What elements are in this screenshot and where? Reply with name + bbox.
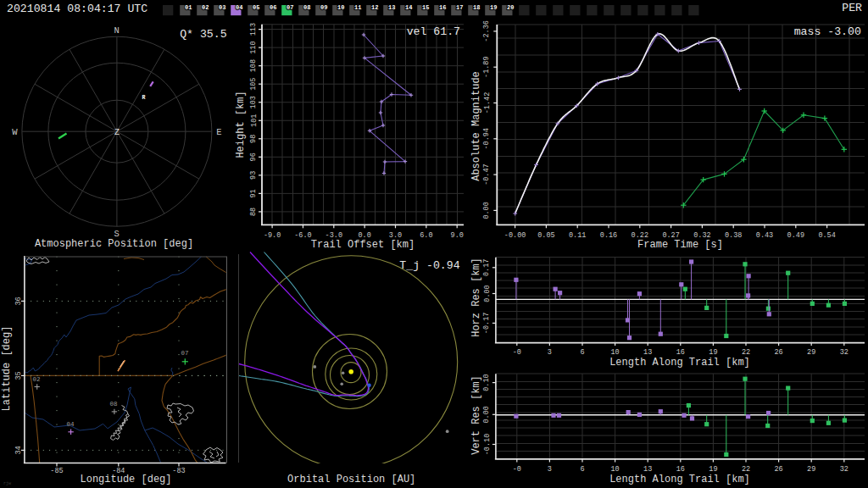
svg-text:04: 04 xyxy=(66,421,75,428)
svg-text:10: 10 xyxy=(337,4,344,11)
svg-text:29: 29 xyxy=(807,465,815,474)
svg-text:15: 15 xyxy=(422,4,429,11)
svg-text:0.10: 0.10 xyxy=(483,374,492,391)
svg-text:10: 10 xyxy=(610,348,619,357)
svg-text:Length Along Trail [km]: Length Along Trail [km] xyxy=(609,357,750,369)
svg-text:-1.42: -1.42 xyxy=(483,92,492,114)
svg-text:Trail Offset [km]: Trail Offset [km] xyxy=(311,239,415,251)
svg-text:-83: -83 xyxy=(172,467,185,475)
svg-text:-0.17: -0.17 xyxy=(483,313,492,335)
svg-text:08: 08 xyxy=(109,401,117,408)
svg-text:20210814 08:04:17 UTC: 20210814 08:04:17 UTC xyxy=(7,3,147,15)
svg-text:103: 103 xyxy=(250,96,259,108)
svg-text:26: 26 xyxy=(774,348,782,357)
svg-text:-1.89: -1.89 xyxy=(483,56,492,78)
svg-text:16: 16 xyxy=(439,4,446,11)
svg-text:105: 105 xyxy=(250,78,259,91)
svg-text:Latitude [deg]: Latitude [deg] xyxy=(1,326,13,412)
svg-text:mass -3.00: mass -3.00 xyxy=(794,25,861,38)
svg-text:04: 04 xyxy=(236,4,242,11)
svg-text:S: S xyxy=(114,229,120,239)
svg-text:3: 3 xyxy=(548,348,552,357)
svg-text:E: E xyxy=(216,127,221,137)
svg-text:26: 26 xyxy=(774,465,782,474)
svg-text:Vert Res [km]: Vert Res [km] xyxy=(470,375,482,455)
svg-text:-0.10: -0.10 xyxy=(483,434,492,456)
svg-text:0.54: 0.54 xyxy=(818,231,835,240)
svg-text:12: 12 xyxy=(371,4,378,11)
svg-text:6: 6 xyxy=(580,465,584,474)
svg-text:07: 07 xyxy=(287,4,293,11)
svg-text:36: 36 xyxy=(14,297,23,305)
svg-text:N: N xyxy=(114,25,120,36)
svg-text:0.38: 0.38 xyxy=(725,231,742,240)
svg-text:0.43: 0.43 xyxy=(756,231,773,240)
svg-text:-0.00: -0.00 xyxy=(504,231,526,240)
svg-text:W: W xyxy=(12,127,18,137)
svg-text:6.0: 6.0 xyxy=(420,231,432,240)
svg-text:13: 13 xyxy=(643,465,652,474)
svg-text:0.11: 0.11 xyxy=(569,231,586,240)
svg-text:6: 6 xyxy=(580,348,584,357)
svg-text:13: 13 xyxy=(388,4,395,11)
svg-text:07: 07 xyxy=(181,350,188,357)
svg-text:vel 61.7: vel 61.7 xyxy=(407,25,460,38)
svg-text:13: 13 xyxy=(643,348,652,357)
svg-text:18: 18 xyxy=(473,4,480,11)
svg-text:01: 01 xyxy=(185,4,192,11)
svg-text:101: 101 xyxy=(250,114,259,127)
svg-text:Q* 35.5: Q* 35.5 xyxy=(180,28,226,41)
svg-text:0.05: 0.05 xyxy=(537,231,554,240)
svg-text:19: 19 xyxy=(709,348,717,357)
svg-text:22: 22 xyxy=(742,465,750,474)
svg-text:0.17: 0.17 xyxy=(483,259,492,276)
svg-text:Height [km]: Height [km] xyxy=(235,91,247,158)
svg-text:rjw: rjw xyxy=(3,481,11,486)
svg-text:9.0: 9.0 xyxy=(451,231,464,240)
svg-text:0.00: 0.00 xyxy=(483,406,492,423)
svg-text:10: 10 xyxy=(610,465,619,474)
svg-text:-85: -85 xyxy=(50,467,63,475)
svg-text:35: 35 xyxy=(14,371,23,380)
svg-text:0.00: 0.00 xyxy=(483,285,492,302)
svg-text:PER: PER xyxy=(842,2,862,14)
svg-text:0.49: 0.49 xyxy=(787,231,804,240)
svg-text:-0: -0 xyxy=(513,348,521,357)
svg-text:Longitude [deg]: Longitude [deg] xyxy=(80,474,171,485)
svg-text:98: 98 xyxy=(250,135,259,143)
svg-text:-2.36: -2.36 xyxy=(483,20,492,42)
svg-text:29: 29 xyxy=(807,348,815,357)
svg-text:Absolute Magnitude: Absolute Magnitude xyxy=(470,71,482,181)
svg-text:32: 32 xyxy=(840,465,849,474)
svg-text:88: 88 xyxy=(250,208,259,216)
svg-text:19: 19 xyxy=(490,4,497,11)
svg-text:-6.0: -6.0 xyxy=(294,231,311,240)
svg-text:16: 16 xyxy=(676,465,685,474)
svg-text:22: 22 xyxy=(742,348,750,357)
svg-text:-0.47: -0.47 xyxy=(483,164,492,186)
svg-text:Frame Time [s]: Frame Time [s] xyxy=(637,239,723,251)
svg-text:96: 96 xyxy=(250,152,259,161)
svg-text:110: 110 xyxy=(250,41,259,53)
svg-text:93: 93 xyxy=(250,171,259,180)
svg-text:T_j -0.94: T_j -0.94 xyxy=(399,259,459,272)
svg-text:Z: Z xyxy=(114,128,120,137)
svg-text:16: 16 xyxy=(676,348,685,357)
svg-text:-9.0: -9.0 xyxy=(264,231,281,240)
svg-text:91: 91 xyxy=(250,189,259,197)
svg-text:20: 20 xyxy=(507,4,514,11)
svg-text:06: 06 xyxy=(270,4,276,11)
svg-text:03: 03 xyxy=(219,4,225,11)
svg-text:Length Along Trail [km]: Length Along Trail [km] xyxy=(609,474,750,485)
svg-text:08: 08 xyxy=(303,4,310,11)
svg-text:R: R xyxy=(142,95,146,101)
svg-text:14: 14 xyxy=(405,4,412,11)
svg-text:02: 02 xyxy=(32,376,40,383)
svg-text:11: 11 xyxy=(354,4,361,11)
svg-text:32: 32 xyxy=(840,348,849,357)
svg-text:09: 09 xyxy=(320,4,327,11)
svg-text:Orbital Position [AU]: Orbital Position [AU] xyxy=(287,474,415,485)
svg-text:05: 05 xyxy=(253,4,259,11)
svg-text:02: 02 xyxy=(202,4,209,11)
svg-text:34: 34 xyxy=(14,446,23,454)
